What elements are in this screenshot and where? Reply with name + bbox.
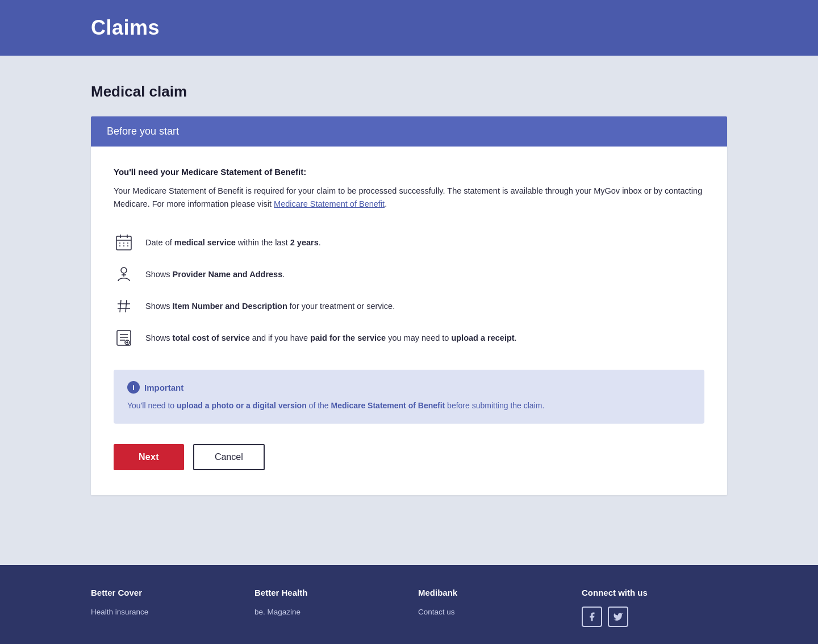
- important-header: i Important: [127, 381, 691, 394]
- requirement-title: You'll need your Medicare Statement of B…: [114, 167, 704, 177]
- svg-line-13: [120, 300, 121, 312]
- hash-icon: [114, 296, 134, 316]
- footer-col-heading: Connect with us: [582, 588, 727, 597]
- important-label: Important: [144, 383, 183, 392]
- button-row: Next Cancel: [114, 444, 704, 470]
- svg-rect-17: [117, 331, 131, 345]
- footer-link-item: Health insurance: [91, 607, 236, 617]
- footer-grid: Better Cover Health insurance Better Hea…: [91, 588, 727, 627]
- facebook-icon[interactable]: [582, 607, 602, 627]
- footer-link-item: Contact us: [418, 607, 564, 617]
- person-icon: [114, 264, 134, 285]
- calendar-icon: [114, 232, 134, 253]
- info-icon-symbol: i: [132, 383, 135, 392]
- list-item: Shows Provider Name and Address.: [114, 258, 704, 290]
- cancel-button[interactable]: Cancel: [193, 444, 265, 470]
- important-text: You'll need to upload a photo or a digit…: [127, 399, 691, 412]
- footer-col-medibank: Medibank Contact us: [418, 588, 564, 627]
- social-icons: [582, 607, 727, 627]
- footer-col-better-health: Better Health be. Magazine: [254, 588, 400, 627]
- footer-col-connect: Connect with us: [582, 588, 727, 627]
- list-item: Shows total cost of service and if you h…: [114, 322, 704, 354]
- requirement-desc-text: Your Medicare Statement of Benefit is re…: [114, 186, 702, 208]
- next-button[interactable]: Next: [114, 444, 184, 470]
- footer-col-heading: Better Health: [254, 588, 400, 597]
- list-item: Date of medical service within the last …: [114, 227, 704, 258]
- info-icon: i: [127, 381, 140, 394]
- medicare-statement-link[interactable]: Medicare Statement of Benefit: [274, 199, 385, 208]
- claims-card: Before you start You'll need your Medica…: [91, 116, 727, 495]
- footer-col-heading: Better Cover: [91, 588, 236, 597]
- footer-col-links: Health insurance: [91, 607, 236, 617]
- footer-col-links: Contact us: [418, 607, 564, 617]
- page-title: Claims: [91, 16, 727, 40]
- footer-col-links: be. Magazine: [254, 607, 400, 617]
- requirement-desc-period: .: [385, 199, 387, 208]
- page-footer: Better Cover Health insurance Better Hea…: [0, 565, 818, 644]
- be-magazine-link[interactable]: be. Magazine: [254, 608, 301, 616]
- footer-col-heading: Medibank: [418, 588, 564, 597]
- calendar-item-text: Date of medical service within the last …: [145, 237, 321, 249]
- svg-point-10: [121, 267, 127, 273]
- requirement-description: Your Medicare Statement of Benefit is re…: [114, 185, 704, 211]
- page-header: Claims: [0, 0, 818, 56]
- card-header: Before you start: [91, 116, 727, 147]
- card-header-title: Before you start: [107, 126, 711, 137]
- receipt-item-text: Shows total cost of service and if you h…: [145, 332, 517, 345]
- requirements-list: Date of medical service within the last …: [114, 227, 704, 354]
- card-body: You'll need your Medicare Statement of B…: [91, 147, 727, 495]
- hash-item-text: Shows Item Number and Description for yo…: [145, 300, 395, 313]
- page-subtitle: Medical claim: [91, 83, 727, 101]
- contact-us-link[interactable]: Contact us: [418, 608, 455, 616]
- svg-line-14: [126, 300, 127, 312]
- twitter-icon[interactable]: [608, 607, 628, 627]
- main-content: Medical claim Before you start You'll ne…: [0, 56, 818, 565]
- important-notice: i Important You'll need to upload a phot…: [114, 370, 704, 423]
- person-item-text: Shows Provider Name and Address.: [145, 269, 285, 281]
- receipt-icon: [114, 328, 134, 348]
- health-insurance-link[interactable]: Health insurance: [91, 608, 148, 616]
- footer-col-better-cover: Better Cover Health insurance: [91, 588, 236, 627]
- list-item: Shows Item Number and Description for yo…: [114, 290, 704, 322]
- footer-link-item: be. Magazine: [254, 607, 400, 617]
